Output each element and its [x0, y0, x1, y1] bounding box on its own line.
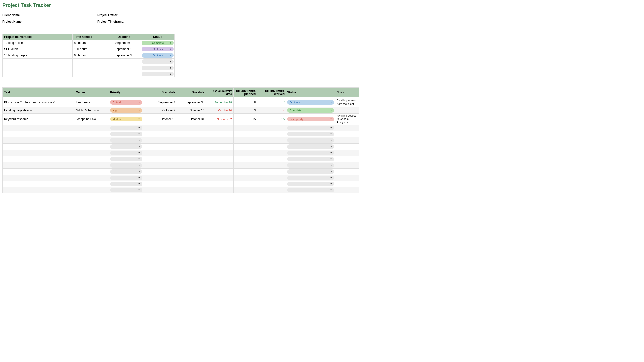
status-dropdown[interactable]: In jeopardy▼ [287, 117, 334, 121]
start-cell[interactable] [143, 143, 177, 150]
start-cell[interactable] [143, 131, 177, 137]
priority-dropdown[interactable]: ▼ [110, 182, 142, 186]
start-cell[interactable] [143, 168, 177, 175]
project-timeframe-input[interactable] [132, 20, 174, 24]
priority-dropdown[interactable]: High▼ [110, 108, 142, 113]
actual-cell[interactable] [206, 187, 234, 193]
priority-dropdown[interactable]: ▼ [110, 126, 142, 130]
planned-cell[interactable] [234, 175, 258, 181]
owner-cell[interactable] [74, 175, 109, 181]
status-dropdown[interactable]: ▼ [287, 157, 334, 161]
owner-cell[interactable]: Josephine Law [74, 114, 109, 125]
planned-cell[interactable] [234, 162, 258, 168]
notes-cell[interactable] [335, 137, 359, 143]
worked-cell[interactable] [258, 125, 286, 131]
time-cell[interactable]: 100 hours [72, 46, 107, 52]
task-cell[interactable]: Keyword research [3, 114, 74, 125]
due-cell[interactable]: October 31 [177, 114, 206, 125]
priority-dropdown[interactable]: Critical▼ [110, 100, 142, 105]
worked-cell[interactable] [258, 187, 286, 193]
actual-cell[interactable] [206, 150, 234, 156]
status-dropdown[interactable]: ▼ [287, 151, 334, 155]
status-dropdown[interactable]: ▼ [287, 182, 334, 186]
due-cell[interactable] [177, 125, 206, 131]
owner-cell[interactable] [74, 131, 109, 137]
status-dropdown[interactable]: Complete▼ [142, 41, 174, 45]
deliverable-cell[interactable]: 10 landing pages [3, 52, 72, 59]
task-cell[interactable] [3, 125, 74, 131]
deadline-cell[interactable] [107, 65, 141, 71]
worked-cell[interactable]: 4 [258, 107, 286, 114]
start-cell[interactable] [143, 175, 177, 181]
start-cell[interactable] [143, 162, 177, 168]
priority-dropdown[interactable]: ▼ [110, 163, 142, 168]
owner-cell[interactable] [74, 137, 109, 143]
notes-cell[interactable] [335, 187, 359, 193]
priority-dropdown[interactable]: ▼ [110, 169, 142, 174]
planned-cell[interactable] [234, 131, 258, 137]
owner-cell[interactable] [74, 162, 109, 168]
task-cell[interactable] [3, 187, 74, 193]
task-cell[interactable] [3, 181, 74, 187]
planned-cell[interactable] [234, 168, 258, 175]
priority-dropdown[interactable]: ▼ [110, 188, 142, 192]
task-cell[interactable] [3, 162, 74, 168]
owner-cell[interactable]: Mitch Richardson [74, 107, 109, 114]
due-cell[interactable] [177, 137, 206, 143]
deliverable-cell[interactable] [3, 59, 72, 65]
owner-cell[interactable] [74, 150, 109, 156]
status-dropdown[interactable]: Off track▼ [142, 47, 174, 51]
priority-dropdown[interactable]: ▼ [110, 144, 142, 149]
due-cell[interactable] [177, 156, 206, 162]
worked-cell[interactable] [258, 143, 286, 150]
actual-cell[interactable] [206, 156, 234, 162]
planned-cell[interactable] [234, 125, 258, 131]
notes-cell[interactable] [335, 156, 359, 162]
notes-cell[interactable]: Awaiting access to Google Analytics [335, 114, 359, 125]
owner-cell[interactable] [74, 187, 109, 193]
time-cell[interactable] [72, 59, 107, 65]
task-cell[interactable] [3, 175, 74, 181]
planned-cell[interactable] [234, 143, 258, 150]
priority-dropdown[interactable]: ▼ [110, 176, 142, 180]
start-cell[interactable] [143, 125, 177, 131]
task-cell[interactable] [3, 137, 74, 143]
start-cell[interactable]: September 1 [143, 97, 177, 107]
priority-dropdown[interactable]: ▼ [110, 138, 142, 143]
status-dropdown[interactable]: ▼ [142, 72, 174, 76]
worked-cell[interactable] [258, 168, 286, 175]
notes-cell[interactable] [335, 162, 359, 168]
notes-cell[interactable] [335, 175, 359, 181]
due-cell[interactable] [177, 162, 206, 168]
worked-cell[interactable]: 15 [258, 114, 286, 125]
task-cell[interactable] [3, 143, 74, 150]
notes-cell[interactable] [335, 168, 359, 175]
worked-cell[interactable] [258, 156, 286, 162]
start-cell[interactable]: October 10 [143, 114, 177, 125]
actual-cell[interactable] [206, 143, 234, 150]
priority-dropdown[interactable]: ▼ [110, 157, 142, 161]
due-cell[interactable] [177, 143, 206, 150]
notes-cell[interactable] [335, 131, 359, 137]
worked-cell[interactable] [258, 175, 286, 181]
status-dropdown[interactable]: ▼ [287, 188, 334, 192]
deliverable-cell[interactable]: SEO audit [3, 46, 72, 52]
time-cell[interactable] [72, 65, 107, 71]
start-cell[interactable] [143, 187, 177, 193]
actual-cell[interactable] [206, 181, 234, 187]
start-cell[interactable] [143, 137, 177, 143]
deadline-cell[interactable] [107, 59, 141, 65]
actual-cell[interactable] [206, 131, 234, 137]
status-dropdown[interactable]: ▼ [142, 59, 174, 64]
status-dropdown[interactable]: ▼ [287, 163, 334, 168]
planned-cell[interactable]: 3 [234, 107, 258, 114]
actual-cell[interactable]: September 28 [206, 97, 234, 107]
client-name-input[interactable] [35, 13, 77, 17]
notes-cell[interactable] [335, 107, 359, 114]
time-cell[interactable]: 60 hours [72, 52, 107, 59]
actual-cell[interactable] [206, 168, 234, 175]
actual-cell[interactable] [206, 175, 234, 181]
status-dropdown[interactable]: ▼ [287, 176, 334, 180]
status-dropdown[interactable]: On track▼ [142, 53, 174, 58]
task-cell[interactable] [3, 150, 74, 156]
